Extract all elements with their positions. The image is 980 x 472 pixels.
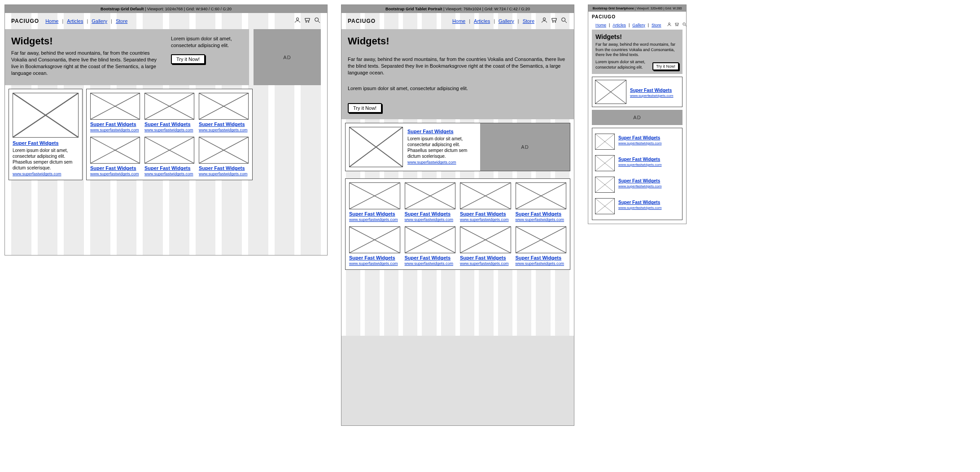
- cta-button[interactable]: Try it Now!: [348, 103, 382, 113]
- svg-point-42: [668, 23, 670, 25]
- svg-line-23: [565, 21, 567, 23]
- user-icon[interactable]: [541, 17, 548, 26]
- user-icon[interactable]: [667, 22, 672, 28]
- list-item: Super Fast Widgetswww.superfastwidgets.c…: [595, 131, 679, 152]
- widget-url-link[interactable]: www.superfastwidgets.com: [618, 163, 661, 167]
- widget-title-link[interactable]: Super Fast Widgets: [460, 211, 511, 217]
- widget-url-link[interactable]: www.superfastwidgets.com: [460, 217, 511, 222]
- widget-url-link[interactable]: www.superfastwidgets.com: [349, 261, 400, 266]
- widget-title-link[interactable]: Super Fast Widgets: [405, 211, 456, 217]
- nav-home[interactable]: Home: [595, 23, 606, 27]
- widget-title-link[interactable]: Super Fast Widgets: [407, 129, 476, 134]
- svg-point-43: [676, 26, 676, 26]
- widget-url-link[interactable]: www.superfastwidgets.com: [199, 128, 249, 132]
- widget-url-link[interactable]: www.superfastwidgets.com: [144, 172, 194, 176]
- nav-store[interactable]: Store: [523, 18, 534, 24]
- user-icon[interactable]: [294, 17, 301, 26]
- titlebar-bold: Bootstrap Grid Smartphone: [593, 7, 634, 10]
- search-icon[interactable]: [314, 17, 321, 26]
- logo: PACIUGO: [592, 12, 682, 20]
- widget-url-link[interactable]: www.superfastwidgets.com: [516, 217, 567, 222]
- widget-desc: Lorem ipsum dolor sit amet, consectetur …: [407, 136, 476, 159]
- svg-point-3: [315, 18, 319, 22]
- thumbnail-placeholder: [405, 182, 456, 209]
- nav-home[interactable]: Home: [452, 18, 465, 24]
- widget-url-link[interactable]: www.superfastwidgets.com: [630, 94, 673, 98]
- nav-articles[interactable]: Articles: [474, 18, 490, 24]
- widget-url-link[interactable]: www.superfastwidgets.com: [618, 184, 661, 188]
- main-nav: Home| Articles| Gallery| Store: [45, 18, 127, 24]
- widget-card: Super Fast Widgetswww.superfastwidgets.c…: [90, 137, 140, 176]
- widget-title-link[interactable]: Super Fast Widgets: [630, 88, 673, 93]
- nav-gallery[interactable]: Gallery: [92, 18, 107, 24]
- widget-list: Super Fast Widgetswww.superfastwidgets.c…: [592, 128, 682, 220]
- titlebar-rest: | Viewport: 768x1024 | Grid: W:724 / C:4…: [442, 7, 529, 11]
- search-icon[interactable]: [682, 22, 687, 28]
- nav-gallery[interactable]: Gallery: [632, 23, 645, 27]
- widget-url-link[interactable]: www.superfastwidgets.com: [460, 261, 511, 266]
- titlebar-bold: Bootstrap Grid Default: [101, 7, 144, 11]
- viewport-phone: Bootstrap Grid Smartphone | Viewport: 32…: [588, 4, 687, 224]
- widget-url-link[interactable]: www.superfastwidgets.com: [407, 160, 476, 165]
- nav-home[interactable]: Home: [45, 18, 58, 24]
- thumbnail-placeholder: [595, 198, 615, 214]
- widget-url-link[interactable]: www.superfastwidgets.com: [199, 172, 249, 176]
- thumbnail-placeholder: [460, 182, 511, 209]
- cta-button[interactable]: Try it Now!: [171, 54, 205, 64]
- cart-icon[interactable]: [304, 17, 311, 26]
- widget-title-link[interactable]: Super Fast Widgets: [405, 255, 456, 260]
- widget-card: Super Fast Widgetswww.superfastwidgets.c…: [405, 226, 456, 266]
- nav-articles[interactable]: Articles: [67, 18, 83, 24]
- widget-title-link[interactable]: Super Fast Widgets: [90, 165, 140, 171]
- hero-body: Far far away, behind the word mountains,…: [595, 42, 679, 58]
- widget-desc: Lorem ipsum dolor sit amet, consectetur …: [13, 147, 79, 171]
- widget-title-link[interactable]: Super Fast Widgets: [13, 140, 79, 146]
- widget-url-link[interactable]: www.superfastwidgets.com: [405, 217, 456, 222]
- thumbnail-placeholder: [90, 93, 140, 120]
- widget-card: Super Fast Widgetswww.superfastwidgets.c…: [90, 93, 140, 132]
- widget-title-link[interactable]: Super Fast Widgets: [618, 157, 661, 162]
- widget-url-link[interactable]: www.superfastwidgets.com: [90, 128, 140, 132]
- widget-card: Super Fast Widgetswww.superfastwidgets.c…: [460, 182, 511, 222]
- thumbnail-placeholder: [349, 226, 400, 253]
- nav-articles[interactable]: Articles: [612, 23, 626, 27]
- thumbnail-placeholder: [90, 137, 140, 164]
- widget-grid: Super Fast Widgetswww.superfastwidgets.c…: [345, 178, 570, 270]
- ad-box[interactable]: AD: [254, 29, 321, 85]
- widget-title-link[interactable]: Super Fast Widgets: [516, 255, 567, 260]
- widget-url-link[interactable]: www.superfastwidgets.com: [144, 128, 194, 132]
- nav-gallery[interactable]: Gallery: [499, 18, 514, 24]
- widget-title-link[interactable]: Super Fast Widgets: [199, 121, 249, 127]
- svg-point-45: [682, 23, 685, 26]
- hero: Widgets! Far far away, behind the word m…: [341, 29, 574, 119]
- widget-url-link[interactable]: www.superfastwidgets.com: [618, 141, 661, 145]
- widget-title-link[interactable]: Super Fast Widgets: [618, 135, 661, 140]
- widget-title-link[interactable]: Super Fast Widgets: [144, 165, 194, 171]
- widget-title-link[interactable]: Super Fast Widgets: [90, 121, 140, 127]
- widget-url-link[interactable]: www.superfastwidgets.com: [90, 172, 140, 176]
- widget-url-link[interactable]: www.superfastwidgets.com: [516, 261, 567, 266]
- widget-url-link[interactable]: www.superfastwidgets.com: [13, 172, 79, 176]
- viewport-tablet: Bootstrap Grid Tablet Portrait | Viewpor…: [341, 4, 574, 426]
- cart-icon[interactable]: [551, 17, 558, 26]
- widget-title-link[interactable]: Super Fast Widgets: [349, 211, 400, 217]
- cta-button[interactable]: Try it Now!: [652, 62, 679, 70]
- widget-title-link[interactable]: Super Fast Widgets: [349, 255, 400, 260]
- widget-title-link[interactable]: Super Fast Widgets: [618, 200, 661, 205]
- nav-store[interactable]: Store: [652, 23, 661, 27]
- search-icon[interactable]: [560, 17, 568, 26]
- widget-card: Super Fast Widgetswww.superfastwidgets.c…: [144, 93, 194, 132]
- nav-store[interactable]: Store: [116, 18, 127, 24]
- widget-url-link[interactable]: www.superfastwidgets.com: [618, 206, 661, 210]
- list-item: Super Fast Widgetswww.superfastwidgets.c…: [595, 174, 679, 195]
- widget-title-link[interactable]: Super Fast Widgets: [144, 121, 194, 127]
- widget-url-link[interactable]: www.superfastwidgets.com: [405, 261, 456, 266]
- widget-title-link[interactable]: Super Fast Widgets: [618, 178, 661, 183]
- ad-box[interactable]: AD: [480, 123, 570, 171]
- widget-title-link[interactable]: Super Fast Widgets: [199, 165, 249, 171]
- widget-title-link[interactable]: Super Fast Widgets: [516, 211, 567, 217]
- cart-icon[interactable]: [674, 22, 679, 28]
- widget-title-link[interactable]: Super Fast Widgets: [460, 255, 511, 260]
- ad-box[interactable]: AD: [592, 110, 682, 125]
- widget-url-link[interactable]: www.superfastwidgets.com: [349, 217, 400, 222]
